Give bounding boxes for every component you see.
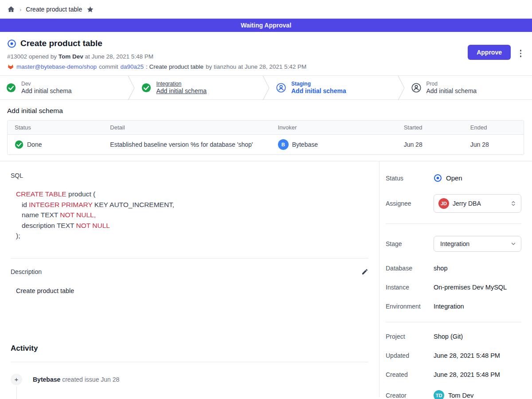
stage-separator-icon: [262, 76, 270, 99]
sql-label: SQL: [11, 172, 368, 179]
creator-avatar: TD: [434, 390, 444, 399]
assignee-label: Assignee: [386, 200, 434, 207]
column-header: Status: [8, 121, 103, 134]
open-status-icon: [434, 174, 442, 182]
pipeline-stage-dev[interactable]: DevAdd initial schema: [0, 76, 127, 99]
task-status-cell: Done: [8, 136, 103, 153]
edit-pencil-icon[interactable]: [361, 268, 368, 275]
stage-value: Integration: [440, 240, 507, 247]
opened-by-label: opened by: [29, 53, 57, 60]
database-label: Database: [386, 265, 434, 272]
commit-branch-link[interactable]: master@bytebase-demo/shop: [16, 63, 97, 70]
approve-button[interactable]: Approve: [468, 45, 511, 60]
stage-env-label: Staging: [291, 81, 346, 87]
created-value: June 28, 2021 5:48 PM: [434, 371, 500, 378]
stage-separator-icon: [127, 76, 135, 99]
assignee-select[interactable]: JD Jerry DBA: [434, 194, 521, 213]
home-icon[interactable]: [7, 5, 15, 13]
stage-separator-icon: [397, 76, 405, 99]
stage-env-label: Integration: [156, 81, 207, 87]
sql-line: );: [16, 231, 368, 241]
chevron-down-icon: [510, 241, 516, 247]
plus-icon: +: [11, 374, 22, 385]
stage-select[interactable]: Integration: [434, 236, 521, 252]
description-text: Create product table: [11, 287, 368, 294]
pipeline-stage-prod[interactable]: ProdAdd initial schema: [405, 76, 532, 99]
unfold-icon: [510, 200, 516, 207]
commit-meta: by tianzhou at June 28, 2021 5:42 PM: [206, 63, 306, 70]
stage-env-label: Dev: [21, 81, 72, 87]
status-label: Status: [386, 175, 434, 182]
instance-label: Instance: [386, 284, 434, 291]
breadcrumb-current: Create product table: [26, 6, 82, 13]
divider: [11, 362, 368, 362]
sql-code: CREATE TABLE product ( id INTEGER PRIMAR…: [11, 189, 368, 241]
task-table: StatusDetailInvokerStartedEndedDoneEstab…: [7, 120, 524, 155]
invoker-name: Bytebase: [292, 141, 318, 148]
star-icon[interactable]: [86, 6, 94, 13]
column-header: Started: [397, 121, 463, 134]
sql-line: description TEXT NOT NULL: [16, 220, 368, 231]
status-banner-text: Waiting Approval: [241, 22, 291, 29]
column-header: Invoker: [271, 121, 397, 134]
project-value: Shop (Git): [434, 333, 463, 340]
pipeline-stage-staging[interactable]: StagingAdd initial schema: [270, 76, 397, 99]
divider: [386, 322, 521, 322]
divider: [386, 223, 521, 224]
sidebar: Status Open Assignee JD Jerry DBA Stage …: [379, 161, 532, 397]
stage-person-icon: [411, 83, 421, 93]
done-check-icon: [15, 140, 23, 149]
issue-author: Tom Dev: [59, 53, 83, 60]
stage-done-icon: [141, 83, 151, 93]
table-row[interactable]: DoneEstablished baseline version %s for …: [8, 134, 524, 154]
assignee-value: Jerry DBA: [453, 200, 507, 207]
invoker-avatar: B: [278, 139, 289, 150]
task-status-text: Done: [27, 141, 42, 148]
instance-value: On-premises Dev MySQL: [434, 284, 507, 291]
commit-word: commit: [99, 63, 118, 70]
column-header: Detail: [103, 121, 270, 134]
stage-person-icon: [276, 83, 286, 93]
breadcrumb: › Create product table: [0, 0, 532, 19]
stage-label: Stage: [386, 240, 434, 247]
issue-header: Create product table #13002 opened by To…: [0, 32, 532, 75]
stage-done-icon: [6, 83, 16, 93]
task-invoker-cell: BBytebase: [271, 135, 397, 154]
environment-value: Integration: [434, 303, 464, 310]
main-panel: SQL CREATE TABLE product ( id INTEGER PR…: [0, 161, 379, 397]
task-detail-cell: Established baseline version %s for data…: [103, 137, 270, 153]
commit-hash-link[interactable]: da90a25: [121, 63, 144, 70]
sql-line: id INTEGER PRIMARY KEY AUTO_INCREMENT,: [16, 200, 368, 210]
activity-entry: + Bytebase created issue Jun 28: [11, 374, 368, 385]
environment-label: Environment: [386, 303, 434, 310]
more-actions-icon[interactable]: [519, 49, 523, 58]
timeline-connector: [16, 386, 17, 399]
activity-timeline: + Bytebase created issue Jun 28: [11, 374, 368, 385]
pipeline-stage-integration[interactable]: IntegrationAdd initial schema: [135, 76, 262, 99]
sql-line: CREATE TABLE product (: [16, 189, 368, 200]
created-label: Created: [386, 371, 434, 378]
commit-message: : Create product table: [146, 63, 203, 70]
column-header: Ended: [463, 121, 524, 134]
creator-value: Tom Dev: [448, 392, 473, 399]
task-section: Add initial schema StatusDetailInvokerSt…: [0, 100, 532, 161]
stage-task-label: Add initial schema: [426, 87, 477, 94]
table-header-row: StatusDetailInvokerStartedEnded: [8, 121, 524, 134]
task-started-cell: Jun 28: [397, 137, 463, 153]
gitlab-icon: [7, 63, 14, 70]
updated-value: June 28, 2021 5:48 PM: [434, 352, 500, 359]
issue-opened-at: at June 28, 2021 5:48 PM: [85, 53, 153, 60]
sql-line: name TEXT NOT NULL,: [16, 210, 368, 220]
assignee-avatar: JD: [438, 198, 449, 209]
issue-open-icon: [7, 39, 16, 48]
commit-row: master@bytebase-demo/shop commit da90a25…: [7, 63, 521, 70]
page-title: Create product table: [20, 39, 102, 48]
database-value: shop: [434, 265, 447, 272]
activity-action: created issue Jun 28: [62, 376, 119, 383]
description-label: Description: [11, 268, 42, 275]
activity-actor: Bytebase: [33, 376, 60, 383]
status-value: Open: [446, 174, 462, 182]
issue-id: #13002: [7, 53, 27, 60]
stage-task-label: Add initial schema: [291, 87, 346, 94]
breadcrumb-separator-icon: ›: [20, 6, 21, 13]
